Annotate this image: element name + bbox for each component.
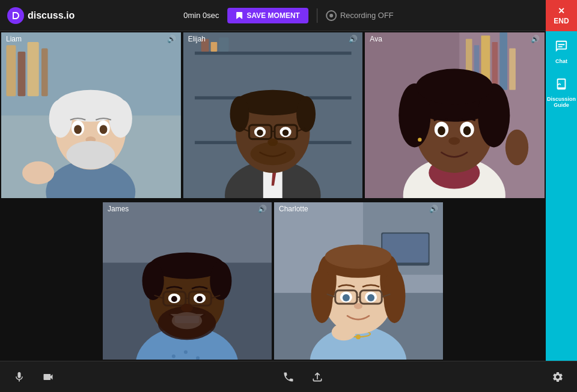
svg-point-83 [184,351,188,354]
circle-icon [328,13,334,19]
microphone-icon [13,371,25,383]
svg-point-75 [418,137,422,141]
elijah-face-svg [183,32,363,198]
x-icon: ✕ [558,6,565,16]
svg-point-72 [438,126,446,135]
video-area: Liam 🔊 [0,31,546,361]
camera-icon [42,371,54,383]
svg-point-15 [49,100,72,138]
svg-point-131 [367,294,374,301]
recording-icon [326,10,337,21]
ava-name: Ava [370,35,382,43]
ava-face-svg [365,32,545,198]
svg-rect-26 [195,52,352,55]
svg-point-91 [210,262,231,300]
end-button[interactable]: ✕ END [546,0,577,31]
svg-point-19 [74,125,82,134]
svg-rect-7 [28,42,39,96]
chat-button[interactable]: Chat [546,34,577,70]
toolbar-left [10,367,58,387]
video-cell-charlotte: Charlotte 🔊 [273,201,444,361]
svg-point-76 [505,130,528,166]
header: discuss.io 0min 0sec SAVE MOMENT Recordi… [0,0,577,31]
svg-point-20 [100,125,108,134]
phone-button[interactable] [279,367,298,387]
svg-point-51 [250,142,295,165]
charlotte-label-top: Charlotte 🔊 [274,202,443,216]
participant-video-liam [1,32,181,198]
chat-icon [555,40,568,56]
discussion-guide-label: Discussion Guide [547,96,576,108]
timer: 0min 0sec [183,11,219,20]
svg-point-82 [172,355,176,358]
video-cell-elijah: Elijah 🔊 [182,31,364,199]
james-name: James [108,205,129,213]
toolbar-center [279,367,327,387]
recording-label: Recording OFF [340,11,394,20]
chat-label: Chat [555,58,567,64]
participant-video-charlotte [274,202,443,360]
video-grid-top: Liam 🔊 [0,31,546,201]
svg-point-133 [332,324,356,341]
header-center: 0min 0sec SAVE MOMENT Recording OFF [183,8,394,23]
participant-video-elijah [183,32,363,198]
right-sidebar: Chat Discussion Guide [546,31,577,361]
liam-label-top: Liam 🔊 [1,32,181,46]
ava-label-top: Ava 🔊 [365,32,545,46]
microphone-button[interactable] [10,367,29,387]
settings-button[interactable] [548,367,567,387]
james-face-svg [103,202,272,360]
liam-name: Liam [6,35,22,43]
share-icon [311,371,323,383]
liam-face-svg [1,32,181,198]
svg-rect-8 [41,49,48,97]
logo: discuss.io [7,7,75,24]
camera-button[interactable] [38,367,58,387]
video-cell-ava: Ava 🔊 [364,31,546,199]
svg-rect-135 [558,46,563,47]
discussion-guide-button[interactable]: Discussion Guide [546,71,577,114]
svg-point-2 [329,14,333,17]
svg-point-100 [197,296,203,302]
recording-status: Recording OFF [326,10,394,21]
svg-point-115 [356,335,361,340]
ava-speaker-icon: 🔊 [531,35,540,43]
book-icon [555,77,568,91]
svg-rect-6 [18,52,26,96]
video-cell-liam: Liam 🔊 [0,31,182,199]
svg-rect-60 [510,49,516,90]
elijah-name: Elijah [188,35,206,43]
svg-point-120 [325,245,392,269]
bottom-toolbar [0,361,577,392]
phone-icon [282,371,295,383]
header-divider [317,8,317,23]
charlotte-name: Charlotte [279,205,308,213]
charlotte-face-svg [274,202,443,360]
svg-point-23 [22,161,54,184]
main-content: Liam 🔊 [0,31,577,361]
svg-rect-5 [6,45,16,96]
toolbar-right [548,367,567,387]
save-moment-button[interactable]: SAVE MOMENT [227,8,308,23]
participant-video-ava [365,32,545,198]
chat-bubble-icon [555,40,568,53]
svg-point-73 [463,126,471,135]
svg-point-121 [311,269,333,324]
svg-point-130 [343,294,350,301]
liam-speaker-icon: 🔊 [167,35,176,43]
elijah-speaker-icon: 🔊 [349,35,358,43]
discussion-guide-icon [555,77,568,94]
james-speaker-icon: 🔊 [258,205,267,213]
bookmark-icon [236,12,243,19]
video-cell-james: James 🔊 [102,201,273,361]
participant-video-james [103,202,272,360]
save-moment-label: SAVE MOMENT [246,11,299,20]
svg-rect-58 [492,42,498,90]
end-label: END [554,17,569,25]
svg-point-74 [449,137,460,145]
svg-point-49 [282,130,288,136]
svg-point-69 [416,69,493,105]
svg-point-99 [171,296,177,302]
share-button[interactable] [308,367,327,387]
settings-gear-icon [552,371,564,383]
